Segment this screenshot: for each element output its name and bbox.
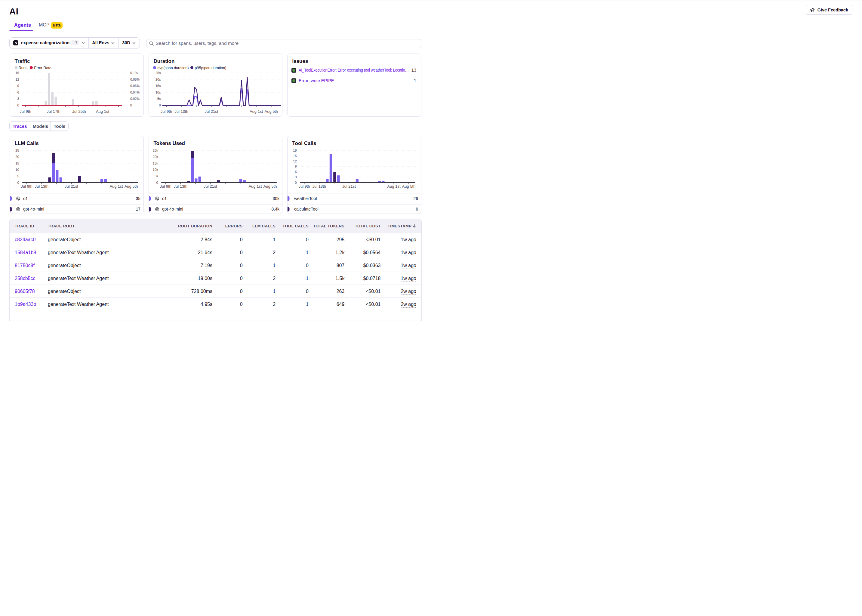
- svg-text:Aug 5th: Aug 5th: [264, 109, 278, 114]
- svg-text:Jul 13th: Jul 13th: [174, 109, 188, 114]
- svg-text:Issues: Issues: [292, 58, 308, 64]
- svg-text:0: 0: [156, 181, 158, 184]
- svg-text:AI_ToolExecutionError: Error e: AI_ToolExecutionError: Error executing t…: [299, 68, 409, 72]
- svg-text:Jul 13th: Jul 13th: [312, 184, 326, 189]
- svg-text:8.4k: 8.4k: [271, 207, 279, 211]
- svg-text:Jul 9th: Jul 9th: [20, 109, 31, 114]
- svg-text:calculateTool: calculateTool: [294, 207, 319, 211]
- svg-text:10k: 10k: [152, 168, 158, 171]
- svg-text:25k: 25k: [152, 149, 158, 152]
- svg-text:15s: 15s: [155, 84, 161, 88]
- svg-text:Aug 1st: Aug 1st: [388, 184, 400, 189]
- svg-text:12: 12: [293, 159, 297, 163]
- svg-text:o1: o1: [23, 196, 28, 201]
- svg-text:Aug 1st: Aug 1st: [248, 184, 262, 189]
- svg-text:Aug 1st: Aug 1st: [250, 109, 263, 114]
- svg-text:0: 0: [17, 104, 19, 107]
- svg-text:15k: 15k: [152, 162, 158, 165]
- svg-text:Tool Calls: Tool Calls: [292, 140, 316, 146]
- svg-text:12: 12: [15, 78, 19, 81]
- svg-text:avg(span.duration): avg(span.duration): [157, 66, 188, 70]
- svg-text:9: 9: [295, 165, 297, 168]
- svg-text:Duration: Duration: [153, 58, 174, 64]
- svg-text:15: 15: [15, 71, 19, 75]
- svg-text:0.02%: 0.02%: [130, 97, 140, 101]
- svg-text:Jul 9th: Jul 9th: [299, 184, 310, 189]
- svg-text:0.06%: 0.06%: [130, 84, 140, 88]
- svg-text:0: 0: [17, 181, 19, 184]
- svg-text:Tokens Used: Tokens Used: [153, 140, 185, 146]
- svg-text:Aug 1st: Aug 1st: [110, 184, 123, 189]
- svg-text:25: 25: [15, 149, 19, 152]
- svg-text:5: 5: [17, 174, 19, 178]
- svg-text:0: 0: [159, 104, 161, 107]
- svg-text:13: 13: [411, 68, 416, 72]
- svg-text:Jul 21st: Jul 21st: [342, 184, 356, 189]
- svg-text:o1: o1: [162, 196, 167, 201]
- svg-text:Jul 13th: Jul 13th: [35, 184, 49, 189]
- svg-text:Jul 17th: Jul 17th: [47, 109, 60, 114]
- svg-text:26: 26: [414, 196, 418, 201]
- svg-text:Aug 1st: Aug 1st: [96, 109, 109, 114]
- svg-text:Jul 13th: Jul 13th: [174, 184, 187, 189]
- svg-text:Aug 5th: Aug 5th: [263, 184, 277, 189]
- svg-text:20: 20: [15, 155, 19, 159]
- svg-text:Error Rate: Error Rate: [34, 66, 52, 70]
- svg-text:Jul 9th: Jul 9th: [160, 184, 171, 189]
- svg-text:p95(span.duration): p95(span.duration): [195, 66, 226, 70]
- svg-text:6: 6: [416, 207, 418, 211]
- svg-text:0.08%: 0.08%: [130, 78, 140, 81]
- svg-text:5k: 5k: [155, 174, 158, 178]
- svg-text:Jul 9th: Jul 9th: [161, 109, 172, 114]
- svg-text:Jul 21st: Jul 21st: [204, 184, 217, 189]
- svg-text:Traffic: Traffic: [15, 58, 30, 64]
- svg-text:15: 15: [15, 162, 19, 165]
- svg-text:6: 6: [17, 91, 19, 94]
- svg-text:3: 3: [295, 175, 297, 179]
- svg-text:1: 1: [414, 78, 416, 83]
- svg-text:20s: 20s: [155, 78, 161, 81]
- svg-text:0.1%: 0.1%: [130, 71, 138, 75]
- svg-text:Jul 25th: Jul 25th: [72, 109, 86, 114]
- svg-text:0.04%: 0.04%: [130, 91, 140, 94]
- svg-text:10s: 10s: [155, 91, 161, 94]
- svg-text:LLM Calls: LLM Calls: [15, 140, 39, 146]
- svg-text:Error: write EPIPE: Error: write EPIPE: [299, 78, 334, 83]
- svg-text:5s: 5s: [157, 97, 161, 101]
- svg-text:Jul 9th: Jul 9th: [21, 184, 33, 189]
- svg-text:Runs: Runs: [19, 66, 27, 70]
- svg-text:10: 10: [15, 168, 19, 171]
- svg-text:Aug 5th: Aug 5th: [402, 184, 416, 189]
- svg-text:15: 15: [293, 154, 297, 158]
- svg-text:18: 18: [293, 149, 297, 152]
- svg-text:35: 35: [136, 196, 140, 201]
- svg-text:weatherTool: weatherTool: [294, 196, 317, 201]
- svg-text:gpt-4o-mini: gpt-4o-mini: [23, 207, 44, 211]
- svg-text:20k: 20k: [152, 155, 158, 159]
- svg-text:Jul 21st: Jul 21st: [204, 109, 218, 114]
- svg-text:17: 17: [136, 207, 140, 211]
- svg-text:3: 3: [17, 97, 19, 101]
- svg-text:30k: 30k: [273, 196, 280, 201]
- svg-text:0: 0: [130, 104, 132, 107]
- svg-text:25s: 25s: [155, 71, 161, 75]
- svg-text:Aug 5th: Aug 5th: [124, 184, 138, 189]
- svg-text:6: 6: [295, 170, 297, 174]
- svg-text:0: 0: [295, 181, 297, 184]
- svg-text:9: 9: [17, 84, 19, 88]
- svg-text:Jul 21st: Jul 21st: [65, 184, 78, 189]
- svg-text:gpt-4o-mini: gpt-4o-mini: [162, 207, 183, 211]
